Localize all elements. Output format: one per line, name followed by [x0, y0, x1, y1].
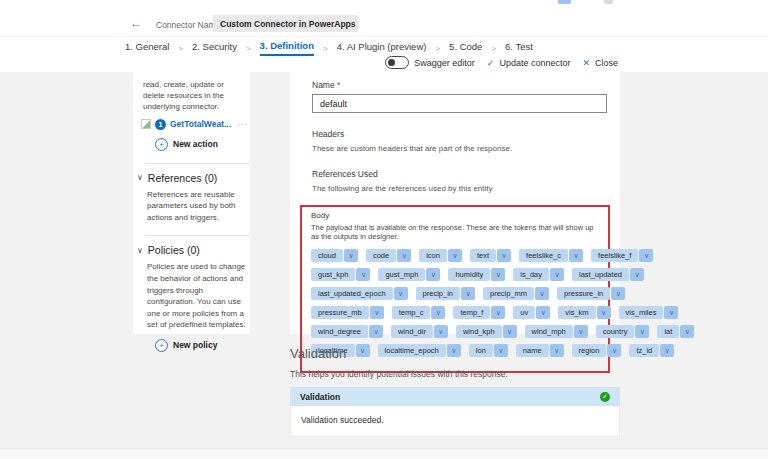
chevron-down-icon[interactable]: ∨ [680, 325, 694, 338]
chevron-down-icon[interactable]: ∨ [431, 306, 445, 319]
chevron-down-icon[interactable]: ∨ [344, 249, 358, 262]
wizard-step[interactable]: 4. AI Plugin (preview) [337, 41, 427, 55]
wizard-step[interactable]: 3. Definition [260, 40, 314, 56]
wizard-step[interactable]: 5. Code [449, 41, 482, 55]
chevron-down-icon[interactable]: ∨ [461, 287, 475, 300]
token-row: cloud∨code∨icon∨text∨feelslike_c∨feelsli… [311, 249, 599, 262]
token-label: is_day [513, 268, 549, 281]
token-chip[interactable]: temp_c∨ [392, 306, 446, 319]
connector-name-input[interactable] [213, 15, 358, 32]
chevron-down-icon[interactable]: ∨ [394, 287, 408, 300]
chevron-down-icon[interactable]: ∨ [397, 249, 411, 262]
new-policy-button[interactable]: + New policy [155, 339, 250, 352]
token-chip[interactable]: tz_id∨ [629, 344, 674, 357]
chevron-down-icon[interactable]: ∨ [611, 287, 625, 300]
token-chip[interactable]: gust_kph∨ [311, 268, 370, 281]
token-chip[interactable]: wind_dir∨ [391, 325, 448, 338]
token-label: code [366, 249, 396, 262]
name-input[interactable] [312, 94, 607, 113]
chevron-down-icon[interactable]: ∨ [491, 268, 505, 281]
token-label: temp_f [453, 306, 490, 319]
chevron-down-icon[interactable]: ∨ [630, 268, 644, 281]
token-chip[interactable]: vis_miles∨ [619, 306, 679, 319]
wizard-step[interactable]: 2. Security [192, 41, 237, 55]
wizard-step[interactable]: 1. General [125, 41, 169, 55]
broken-image-icon [141, 119, 151, 129]
actions-description: read, create, update or delete resources… [143, 79, 244, 113]
chevron-down-icon[interactable]: ∨ [536, 306, 550, 319]
chevron-down-icon[interactable]: ∨ [369, 325, 383, 338]
token-chip[interactable]: temp_f∨ [453, 306, 505, 319]
chevron-down-icon[interactable]: ∨ [664, 306, 678, 319]
token-chip[interactable]: pressure_mb∨ [311, 306, 384, 319]
swagger-editor-label: Swagger editor [414, 58, 475, 68]
token-chip[interactable]: precip_mm∨ [483, 287, 549, 300]
token-chip[interactable]: vis_km∨ [558, 306, 610, 319]
token-chip[interactable]: precip_in∨ [416, 287, 475, 300]
wizard-step[interactable]: 6. Test [505, 41, 533, 55]
token-chip[interactable]: pressure_in∨ [557, 287, 625, 300]
validation-card: Validation ✓ Validation succeeded. [290, 387, 620, 437]
token-label: feelslike_f [591, 249, 638, 262]
policies-section-header[interactable]: ∨ Policies (0) [137, 244, 250, 256]
action-count-badge: 1 [155, 119, 166, 130]
token-chip[interactable]: cloud∨ [311, 249, 358, 262]
swagger-editor-toggle[interactable]: Swagger editor [385, 56, 475, 69]
chevron-down-icon: ∨ [137, 246, 143, 255]
token-chip[interactable]: feelslike_f∨ [591, 249, 653, 262]
new-action-button[interactable]: + New action [155, 138, 250, 151]
token-row: pressure_mb∨temp_c∨temp_f∨uv∨vis_km∨vis_… [311, 306, 599, 319]
token-chip[interactable]: humidity∨ [448, 268, 505, 281]
chevron-down-icon[interactable]: ∨ [426, 268, 440, 281]
token-chip[interactable]: wind_kph∨ [456, 325, 517, 338]
token-label: wind_degree [311, 325, 368, 338]
chevron-down-icon[interactable]: ∨ [503, 325, 517, 338]
chevron-down-icon[interactable]: ∨ [535, 287, 549, 300]
chevron-down-icon[interactable]: ∨ [639, 249, 653, 262]
token-chip[interactable]: last_updated∨ [572, 268, 644, 281]
connector-name-bar: ← Connector Name [0, 13, 768, 37]
chevron-down-icon[interactable]: ∨ [597, 306, 611, 319]
token-chip[interactable]: lat∨ [657, 325, 694, 338]
token-row: last_updated_epoch∨precip_in∨precip_mm∨p… [311, 287, 599, 300]
token-chip[interactable]: last_updated_epoch∨ [311, 287, 408, 300]
chevron-down-icon[interactable]: ∨ [574, 325, 588, 338]
token-chip[interactable]: feelslike_c∨ [519, 249, 583, 262]
token-chip[interactable]: gust_mph∨ [378, 268, 440, 281]
chevron-down-icon[interactable]: ∨ [448, 249, 462, 262]
back-arrow-icon[interactable]: ← [130, 16, 142, 30]
close-button[interactable]: ✕ Close [582, 58, 618, 68]
bottom-strip [0, 448, 768, 459]
token-label: vis_km [558, 306, 595, 319]
toggle-icon[interactable] [385, 56, 409, 69]
chevron-down-icon[interactable]: ∨ [497, 249, 511, 262]
plus-circle-icon: + [155, 339, 168, 352]
more-options-icon[interactable]: ··· [237, 120, 248, 129]
chevron-down-icon[interactable]: ∨ [434, 325, 448, 338]
cutoff-gray-icon [604, 0, 613, 4]
token-chip[interactable]: is_day∨ [513, 268, 564, 281]
chevron-down-icon[interactable]: ∨ [370, 306, 384, 319]
body-label: Body [311, 211, 599, 220]
token-chip[interactable]: wind_mph∨ [525, 325, 588, 338]
token-chip[interactable]: text∨ [470, 249, 511, 262]
chevron-down-icon[interactable]: ∨ [569, 249, 583, 262]
token-label: wind_dir [391, 325, 433, 338]
references-section-header[interactable]: ∨ References (0) [137, 172, 250, 184]
token-chip[interactable]: icon∨ [419, 249, 462, 262]
token-chip[interactable]: wind_degree∨ [311, 325, 383, 338]
token-chip[interactable]: country∨ [596, 325, 650, 338]
token-chip[interactable]: code∨ [366, 249, 411, 262]
action-item-label[interactable]: GetTotalWeat... [170, 119, 231, 129]
chevron-down-icon[interactable]: ∨ [660, 344, 674, 357]
sidebar-divider [145, 163, 250, 164]
chevron-down-icon[interactable]: ∨ [550, 268, 564, 281]
chevron-down-icon[interactable]: ∨ [356, 268, 370, 281]
action-item-gettotalweat[interactable]: 1 GetTotalWeat... ··· [141, 119, 250, 130]
chevron-down-icon[interactable]: ∨ [491, 306, 505, 319]
update-connector-button[interactable]: ✓ Update connector [487, 58, 571, 68]
validation-card-header[interactable]: Validation ✓ [290, 387, 620, 406]
sidebar-divider [145, 235, 250, 236]
token-chip[interactable]: uv∨ [513, 306, 550, 319]
chevron-down-icon[interactable]: ∨ [635, 325, 649, 338]
